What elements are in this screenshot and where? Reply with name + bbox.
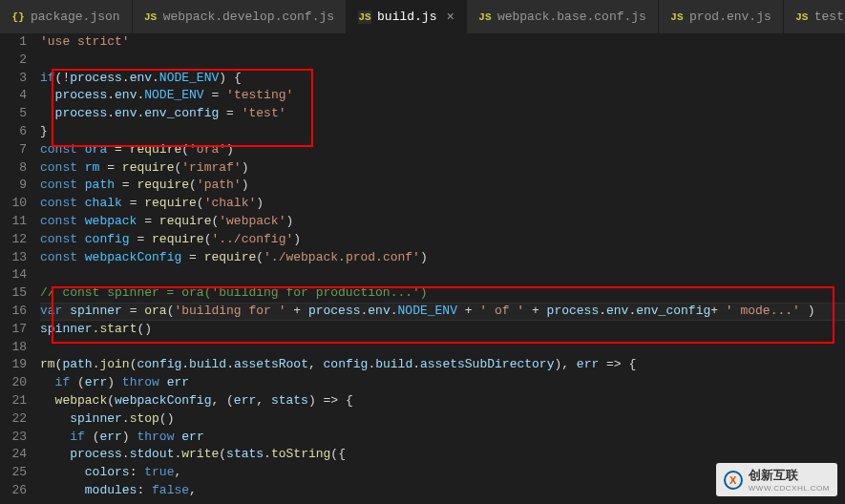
code-line[interactable] <box>40 52 845 70</box>
code-line[interactable]: const chalk = require('chalk') <box>40 195 845 213</box>
code-line[interactable]: process.env.NODE_ENV = 'testing' <box>40 87 845 105</box>
line-number: 5 <box>0 105 27 123</box>
code-line[interactable]: webpack(webpackConfig, (err, stats) => { <box>40 392 845 410</box>
js-file-icon: JS <box>144 10 158 24</box>
line-number: 13 <box>0 249 27 267</box>
code-line[interactable] <box>40 266 845 284</box>
line-number: 16 <box>0 303 27 321</box>
tab-test-env-js[interactable]: JStest.env.js <box>784 0 845 33</box>
line-number: 8 <box>0 159 27 178</box>
code-line[interactable]: process.env.env_config = 'test' <box>40 105 845 123</box>
line-number: 11 <box>0 213 27 231</box>
tab-package-json[interactable]: {}package.json <box>0 0 133 33</box>
tab-build-js[interactable]: JSbuild.js× <box>347 0 467 33</box>
code-line[interactable]: const webpackConfig = require('./webpack… <box>40 249 845 267</box>
close-icon[interactable]: × <box>446 10 454 25</box>
line-number: 19 <box>0 356 27 374</box>
current-line-highlight <box>40 303 845 321</box>
code-line[interactable]: const path = require('path') <box>40 177 845 195</box>
tab-webpack-base-conf-js[interactable]: JSwebpack.base.conf.js <box>467 0 659 33</box>
line-number: 23 <box>0 429 27 447</box>
line-number: 10 <box>0 195 27 213</box>
line-number: 26 <box>0 482 27 500</box>
watermark-badge: X 创新互联 WWW.CDCXHL.COM <box>716 463 837 496</box>
code-line[interactable]: spinner.start() <box>40 321 845 339</box>
watermark-logo-icon: X <box>724 471 743 490</box>
code-line[interactable]: process.stdout.write(stats.toString({ <box>40 446 845 464</box>
tab-label: test.env.js <box>814 10 845 24</box>
tab-bar: {}package.jsonJSwebpack.develop.conf.jsJ… <box>0 0 845 33</box>
line-number: 14 <box>0 266 27 284</box>
code-line[interactable]: if (err) throw err <box>40 374 845 392</box>
js-file-icon: JS <box>478 10 492 24</box>
code-line[interactable]: spinner.stop() <box>40 410 845 429</box>
code-line[interactable]: if (err) throw err <box>40 429 845 447</box>
code-line[interactable]: 'use strict' <box>40 33 845 52</box>
code-line[interactable]: const config = require('../config') <box>40 231 845 249</box>
tab-label: package.json <box>31 10 120 24</box>
line-number: 21 <box>0 392 27 410</box>
code-line[interactable]: } <box>40 123 845 141</box>
line-number: 20 <box>0 374 27 392</box>
line-number: 7 <box>0 141 27 159</box>
js-file-icon: JS <box>670 10 684 24</box>
code-line[interactable]: // const spinner = ora('building for pro… <box>40 284 845 303</box>
tab-webpack-develop-conf-js[interactable]: JSwebpack.develop.conf.js <box>133 0 347 33</box>
line-number: 4 <box>0 87 27 105</box>
tab-prod-env-js[interactable]: JSprod.env.js <box>659 0 784 33</box>
line-number: 15 <box>0 284 27 303</box>
json-file-icon: {} <box>11 10 25 24</box>
line-number: 24 <box>0 446 27 464</box>
editor[interactable]: 1234567891011121314151617181920212223242… <box>0 33 845 500</box>
line-number: 17 <box>0 321 27 339</box>
code-line[interactable]: const ora = require('ora') <box>40 141 845 159</box>
line-number: 12 <box>0 231 27 249</box>
line-number: 9 <box>0 177 27 195</box>
tab-label: webpack.base.conf.js <box>497 10 646 24</box>
js-file-icon: JS <box>795 10 809 24</box>
code-line[interactable]: if(!process.env.NODE_ENV) { <box>40 70 845 88</box>
code-line[interactable]: rm(path.join(config.build.assetsRoot, co… <box>40 356 845 374</box>
line-number: 3 <box>0 70 27 88</box>
tab-label: webpack.develop.conf.js <box>163 10 334 24</box>
tab-label: build.js <box>377 10 436 24</box>
code-area[interactable]: 'use strict'if(!process.env.NODE_ENV) { … <box>40 33 845 500</box>
code-line[interactable] <box>40 339 845 357</box>
code-line[interactable]: const webpack = require('webpack') <box>40 213 845 231</box>
line-number: 22 <box>0 410 27 429</box>
line-number-gutter: 1234567891011121314151617181920212223242… <box>0 33 40 500</box>
watermark-url: WWW.CDCXHL.COM <box>749 484 830 493</box>
js-file-icon: JS <box>358 10 371 24</box>
line-number: 18 <box>0 339 27 357</box>
line-number: 25 <box>0 464 27 482</box>
line-number: 1 <box>0 33 27 52</box>
line-number: 2 <box>0 52 27 70</box>
line-number: 6 <box>0 123 27 141</box>
watermark-title: 创新互联 <box>749 467 830 484</box>
tab-label: prod.env.js <box>689 10 771 24</box>
code-line[interactable]: const rm = require('rimraf') <box>40 159 845 178</box>
